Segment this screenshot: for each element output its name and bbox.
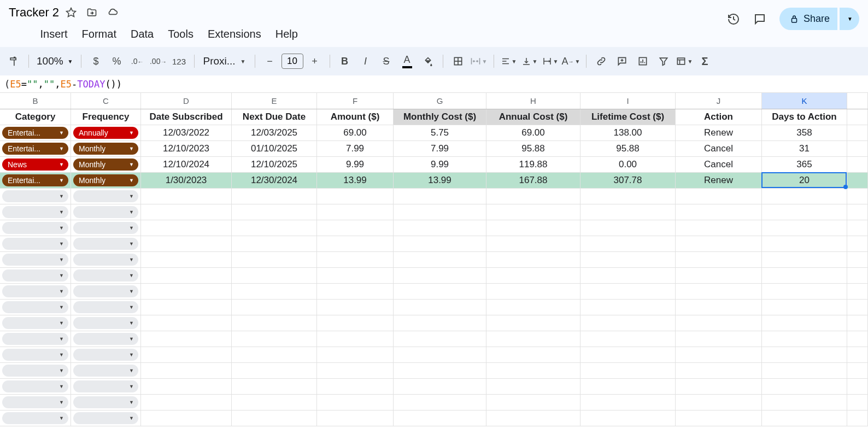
italic-icon[interactable]: I (356, 52, 375, 71)
cell[interactable]: Cancel (676, 157, 762, 172)
cell[interactable]: ▼ (0, 379, 71, 394)
dropdown-chip[interactable]: ▼ (2, 412, 68, 424)
cell[interactable]: 12/30/2024 (232, 173, 317, 188)
cell[interactable] (394, 363, 486, 378)
cell[interactable] (232, 189, 317, 204)
cell[interactable]: 12/03/2022 (141, 125, 232, 140)
dropdown-chip[interactable]: ▼ (2, 396, 68, 408)
cell[interactable] (676, 363, 762, 378)
cell[interactable] (676, 189, 762, 204)
cell[interactable] (232, 315, 317, 331)
column-header-F[interactable]: F (317, 93, 394, 109)
cell[interactable] (141, 379, 232, 394)
cell[interactable] (676, 331, 762, 347)
cell[interactable] (232, 410, 317, 426)
cell[interactable] (580, 284, 676, 299)
cell[interactable] (232, 220, 317, 236)
number-format-icon[interactable]: 123 (170, 52, 189, 71)
history-icon[interactable] (727, 13, 740, 26)
cell[interactable] (676, 315, 762, 331)
bold-icon[interactable]: B (336, 52, 354, 71)
dropdown-chip[interactable]: ▼ (2, 317, 68, 329)
cell[interactable] (762, 315, 847, 331)
cell[interactable] (580, 189, 676, 204)
cell[interactable]: 69.00 (317, 125, 394, 140)
cell[interactable] (486, 220, 580, 236)
cell[interactable] (676, 395, 762, 410)
cell[interactable]: ▼ (71, 268, 141, 283)
cell[interactable] (580, 363, 676, 378)
strikethrough-icon[interactable]: S (377, 52, 396, 71)
cell[interactable]: ▼ (0, 189, 71, 204)
cell[interactable] (580, 220, 676, 236)
cell[interactable]: 5.75 (394, 125, 486, 140)
cell[interactable] (762, 410, 847, 426)
cell[interactable] (762, 395, 847, 410)
dropdown-chip[interactable]: Entertai...▼ (2, 127, 68, 139)
cell[interactable]: 7.99 (317, 141, 394, 156)
cell[interactable] (394, 284, 486, 299)
dropdown-chip[interactable]: ▼ (73, 254, 138, 266)
dropdown-chip[interactable]: Monthly▼ (73, 174, 138, 186)
cell[interactable] (762, 284, 847, 299)
text-rotation-icon[interactable]: A→▼ (562, 52, 580, 71)
dropdown-chip[interactable]: News▼ (2, 159, 68, 171)
cell[interactable] (486, 300, 580, 315)
header-cell[interactable]: Monthly Cost ($) (394, 109, 486, 125)
cell[interactable] (762, 331, 847, 347)
cell[interactable] (486, 331, 580, 347)
cell[interactable] (762, 347, 847, 362)
cell[interactable]: ▼ (71, 315, 141, 331)
cell[interactable] (141, 331, 232, 347)
cell[interactable]: ▼ (71, 363, 141, 378)
cell[interactable]: 9.99 (394, 157, 486, 172)
cell[interactable] (486, 395, 580, 410)
font-dropdown[interactable]: Proxi...▼ (200, 52, 249, 71)
star-icon[interactable] (66, 7, 77, 18)
column-header-extra[interactable] (847, 93, 868, 109)
cell[interactable]: 167.88 (486, 173, 580, 188)
column-header-I[interactable]: I (580, 93, 676, 109)
dropdown-chip[interactable]: ▼ (2, 206, 68, 218)
cell[interactable] (486, 252, 580, 267)
cell[interactable]: ▼ (71, 347, 141, 362)
cell[interactable]: 12/10/2025 (232, 157, 317, 172)
cell[interactable] (676, 220, 762, 236)
cell[interactable] (141, 410, 232, 426)
cell[interactable]: Monthly▼ (71, 141, 141, 156)
cell[interactable] (580, 410, 676, 426)
cell[interactable] (762, 236, 847, 251)
cell[interactable]: Monthly▼ (71, 157, 141, 172)
cell[interactable] (141, 220, 232, 236)
move-folder-icon[interactable] (86, 7, 97, 18)
dropdown-chip[interactable]: ▼ (73, 412, 138, 424)
font-size-input[interactable]: 10 (281, 54, 303, 69)
cell[interactable] (317, 284, 394, 299)
cell[interactable]: Entertai...▼ (0, 141, 71, 156)
cell[interactable] (762, 189, 847, 204)
cell[interactable] (486, 189, 580, 204)
cell[interactable]: Annually▼ (71, 125, 141, 140)
cell[interactable]: 119.88 (486, 157, 580, 172)
dropdown-chip[interactable]: ▼ (73, 238, 138, 250)
text-wrap-icon[interactable]: ▼ (541, 52, 560, 71)
functions-icon[interactable]: Σ (696, 52, 714, 71)
cell[interactable]: ▼ (71, 204, 141, 220)
cell[interactable]: ▼ (71, 410, 141, 426)
dropdown-chip[interactable]: ▼ (2, 349, 68, 361)
cell[interactable]: ▼ (0, 315, 71, 331)
cell[interactable] (676, 410, 762, 426)
cell[interactable] (676, 236, 762, 251)
borders-icon[interactable] (449, 52, 467, 71)
cell[interactable] (762, 300, 847, 315)
cell[interactable] (580, 300, 676, 315)
cell[interactable]: ▼ (71, 284, 141, 299)
cell[interactable] (232, 300, 317, 315)
cell[interactable] (676, 268, 762, 283)
cell[interactable] (317, 204, 394, 220)
decrease-decimal-icon[interactable]: .0← (128, 52, 147, 71)
cell[interactable] (317, 252, 394, 267)
cell[interactable] (232, 252, 317, 267)
cell[interactable] (676, 300, 762, 315)
column-header-E[interactable]: E (232, 93, 317, 109)
